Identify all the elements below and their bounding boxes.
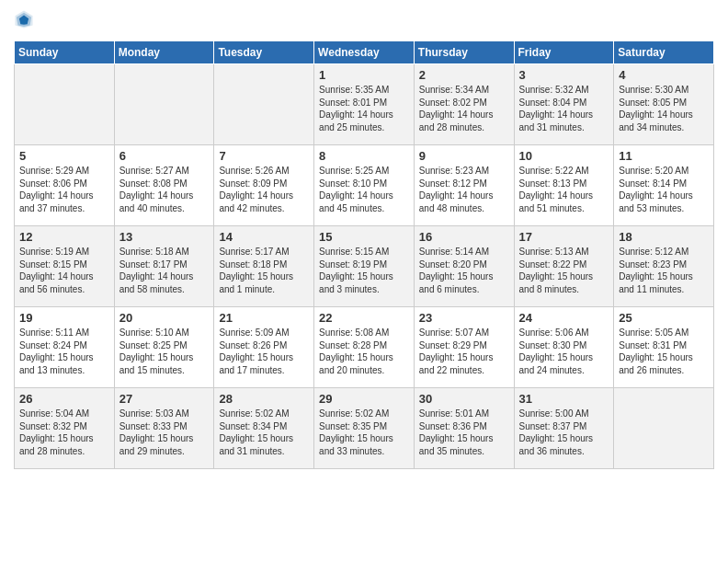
calendar-cell: 4Sunrise: 5:30 AM Sunset: 8:05 PM Daylig…: [614, 64, 714, 145]
calendar-cell: 21Sunrise: 5:09 AM Sunset: 8:26 PM Dayli…: [214, 307, 314, 388]
day-info: Sunrise: 5:20 AM Sunset: 8:14 PM Dayligh…: [619, 165, 709, 214]
calendar-cell: 18Sunrise: 5:12 AM Sunset: 8:23 PM Dayli…: [614, 226, 714, 307]
weekday-header-thursday: Thursday: [414, 41, 514, 64]
calendar-cell: 24Sunrise: 5:06 AM Sunset: 8:30 PM Dayli…: [514, 307, 614, 388]
day-number: 17: [519, 230, 609, 244]
calendar-cell: 30Sunrise: 5:01 AM Sunset: 8:36 PM Dayli…: [414, 388, 514, 469]
calendar-cell: 9Sunrise: 5:23 AM Sunset: 8:12 PM Daylig…: [414, 145, 514, 226]
calendar-cell: 15Sunrise: 5:15 AM Sunset: 8:19 PM Dayli…: [314, 226, 415, 307]
day-info: Sunrise: 5:10 AM Sunset: 8:25 PM Dayligh…: [119, 327, 210, 376]
weekday-header-friday: Friday: [514, 41, 614, 64]
day-number: 26: [19, 392, 109, 406]
calendar-cell: 27Sunrise: 5:03 AM Sunset: 8:33 PM Dayli…: [114, 388, 214, 469]
calendar-cell: [614, 388, 714, 469]
day-info: Sunrise: 5:11 AM Sunset: 8:24 PM Dayligh…: [19, 327, 109, 376]
day-info: Sunrise: 5:23 AM Sunset: 8:12 PM Dayligh…: [419, 165, 509, 214]
calendar-cell: 3Sunrise: 5:32 AM Sunset: 8:04 PM Daylig…: [514, 64, 614, 145]
calendar-cell: 5Sunrise: 5:29 AM Sunset: 8:06 PM Daylig…: [15, 145, 115, 226]
day-info: Sunrise: 5:02 AM Sunset: 8:35 PM Dayligh…: [319, 408, 409, 457]
day-number: 28: [219, 392, 309, 406]
day-number: 27: [119, 392, 210, 406]
calendar-cell: 25Sunrise: 5:05 AM Sunset: 8:31 PM Dayli…: [614, 307, 714, 388]
day-number: 6: [119, 149, 210, 163]
day-number: 15: [319, 230, 409, 244]
calendar-cell: 28Sunrise: 5:02 AM Sunset: 8:34 PM Dayli…: [214, 388, 314, 469]
logo-icon: [14, 9, 34, 33]
day-info: Sunrise: 5:26 AM Sunset: 8:09 PM Dayligh…: [219, 165, 309, 214]
day-info: Sunrise: 5:01 AM Sunset: 8:36 PM Dayligh…: [419, 408, 509, 457]
calendar-cell: [15, 64, 115, 145]
day-info: Sunrise: 5:29 AM Sunset: 8:06 PM Dayligh…: [19, 165, 109, 214]
day-number: 19: [19, 311, 109, 325]
day-info: Sunrise: 5:08 AM Sunset: 8:28 PM Dayligh…: [319, 327, 409, 376]
day-info: Sunrise: 5:19 AM Sunset: 8:15 PM Dayligh…: [19, 246, 109, 295]
day-info: Sunrise: 5:25 AM Sunset: 8:10 PM Dayligh…: [319, 165, 409, 214]
calendar-cell: 2Sunrise: 5:34 AM Sunset: 8:02 PM Daylig…: [414, 64, 514, 145]
day-number: 22: [319, 311, 409, 325]
day-number: 11: [619, 149, 709, 163]
calendar-cell: 29Sunrise: 5:02 AM Sunset: 8:35 PM Dayli…: [314, 388, 415, 469]
weekday-header-sunday: Sunday: [15, 41, 115, 64]
day-number: 8: [319, 149, 409, 163]
day-number: 25: [619, 311, 709, 325]
day-number: 7: [219, 149, 309, 163]
weekday-header-tuesday: Tuesday: [214, 41, 314, 64]
day-number: 23: [419, 311, 509, 325]
day-number: 31: [519, 392, 609, 406]
day-info: Sunrise: 5:12 AM Sunset: 8:23 PM Dayligh…: [619, 246, 709, 295]
calendar-cell: 13Sunrise: 5:18 AM Sunset: 8:17 PM Dayli…: [114, 226, 214, 307]
day-number: 13: [119, 230, 210, 244]
calendar-cell: 6Sunrise: 5:27 AM Sunset: 8:08 PM Daylig…: [114, 145, 214, 226]
day-info: Sunrise: 5:07 AM Sunset: 8:29 PM Dayligh…: [419, 327, 509, 376]
calendar-cell: 20Sunrise: 5:10 AM Sunset: 8:25 PM Dayli…: [114, 307, 214, 388]
calendar-table: SundayMondayTuesdayWednesdayThursdayFrid…: [14, 40, 714, 469]
day-info: Sunrise: 5:05 AM Sunset: 8:31 PM Dayligh…: [619, 327, 709, 376]
calendar-cell: 22Sunrise: 5:08 AM Sunset: 8:28 PM Dayli…: [314, 307, 415, 388]
day-info: Sunrise: 5:03 AM Sunset: 8:33 PM Dayligh…: [119, 408, 210, 457]
day-number: 30: [419, 392, 509, 406]
day-number: 21: [219, 311, 309, 325]
day-info: Sunrise: 5:34 AM Sunset: 8:02 PM Dayligh…: [419, 84, 509, 133]
day-number: 12: [19, 230, 109, 244]
day-number: 16: [419, 230, 509, 244]
calendar-cell: 16Sunrise: 5:14 AM Sunset: 8:20 PM Dayli…: [414, 226, 514, 307]
page-header: [14, 9, 714, 33]
day-info: Sunrise: 5:17 AM Sunset: 8:18 PM Dayligh…: [219, 246, 309, 295]
day-number: 18: [619, 230, 709, 244]
calendar-cell: 10Sunrise: 5:22 AM Sunset: 8:13 PM Dayli…: [514, 145, 614, 226]
calendar-cell: [114, 64, 214, 145]
day-number: 9: [419, 149, 509, 163]
calendar-cell: 7Sunrise: 5:26 AM Sunset: 8:09 PM Daylig…: [214, 145, 314, 226]
calendar-cell: 31Sunrise: 5:00 AM Sunset: 8:37 PM Dayli…: [514, 388, 614, 469]
weekday-header-wednesday: Wednesday: [314, 41, 415, 64]
calendar-cell: 23Sunrise: 5:07 AM Sunset: 8:29 PM Dayli…: [414, 307, 514, 388]
day-number: 4: [619, 68, 709, 82]
calendar-cell: 17Sunrise: 5:13 AM Sunset: 8:22 PM Dayli…: [514, 226, 614, 307]
day-info: Sunrise: 5:13 AM Sunset: 8:22 PM Dayligh…: [519, 246, 609, 295]
day-info: Sunrise: 5:06 AM Sunset: 8:30 PM Dayligh…: [519, 327, 609, 376]
day-number: 29: [319, 392, 409, 406]
day-number: 1: [319, 68, 409, 82]
day-info: Sunrise: 5:09 AM Sunset: 8:26 PM Dayligh…: [219, 327, 309, 376]
day-info: Sunrise: 5:00 AM Sunset: 8:37 PM Dayligh…: [519, 408, 609, 457]
day-info: Sunrise: 5:27 AM Sunset: 8:08 PM Dayligh…: [119, 165, 210, 214]
day-info: Sunrise: 5:18 AM Sunset: 8:17 PM Dayligh…: [119, 246, 210, 295]
day-info: Sunrise: 5:02 AM Sunset: 8:34 PM Dayligh…: [219, 408, 309, 457]
day-info: Sunrise: 5:04 AM Sunset: 8:32 PM Dayligh…: [19, 408, 109, 457]
day-info: Sunrise: 5:35 AM Sunset: 8:01 PM Dayligh…: [319, 84, 409, 133]
day-info: Sunrise: 5:30 AM Sunset: 8:05 PM Dayligh…: [619, 84, 709, 133]
day-number: 20: [119, 311, 210, 325]
day-number: 2: [419, 68, 509, 82]
calendar-cell: 26Sunrise: 5:04 AM Sunset: 8:32 PM Dayli…: [15, 388, 115, 469]
weekday-header-monday: Monday: [114, 41, 214, 64]
day-info: Sunrise: 5:14 AM Sunset: 8:20 PM Dayligh…: [419, 246, 509, 295]
calendar-cell: [214, 64, 314, 145]
calendar-cell: 1Sunrise: 5:35 AM Sunset: 8:01 PM Daylig…: [314, 64, 415, 145]
day-info: Sunrise: 5:15 AM Sunset: 8:19 PM Dayligh…: [319, 246, 409, 295]
calendar-cell: 12Sunrise: 5:19 AM Sunset: 8:15 PM Dayli…: [15, 226, 115, 307]
calendar-cell: 14Sunrise: 5:17 AM Sunset: 8:18 PM Dayli…: [214, 226, 314, 307]
calendar-cell: 8Sunrise: 5:25 AM Sunset: 8:10 PM Daylig…: [314, 145, 415, 226]
day-info: Sunrise: 5:32 AM Sunset: 8:04 PM Dayligh…: [519, 84, 609, 133]
day-number: 3: [519, 68, 609, 82]
day-number: 5: [19, 149, 109, 163]
